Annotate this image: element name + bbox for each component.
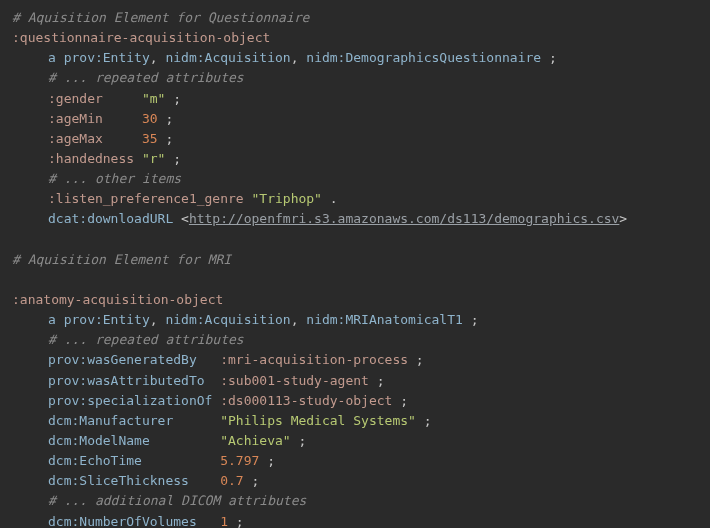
comment-repeated-attrs-2: # ... repeated attributes [12,330,698,350]
attr-wasAttributedTo: prov:wasAttributedTo :sub001-study-agent… [12,371,698,391]
comment-questionnaire-header: # Aquisition Element for Questionnaire [12,8,698,28]
comment-additional-dicom: # ... additional DICOM attributes [12,491,698,511]
blank-2 [12,270,698,290]
attr-wasGeneratedBy: prov:wasGeneratedBy :mri-acquisition-pro… [12,350,698,370]
comment-other-items: # ... other items [12,169,698,189]
attr-ModelName: dcm:ModelName "Achieva" ; [12,431,698,451]
attr-listen-pref: :listen_preference1_genre "Triphop" . [12,189,698,209]
attr-SliceThickness: dcm:SliceThickness 0.7 ; [12,471,698,491]
comment-mri-header: # Aquisition Element for MRI [12,250,698,270]
attr-ageMin: :ageMin 30 ; [12,109,698,129]
questionnaire-subject: :questionnaire-acquisition-object [12,28,698,48]
attr-Manufacturer: dcm:Manufacturer "Philips Medical System… [12,411,698,431]
attr-q-downloadURL: dcat:downloadURL <http://openfmri.s3.ama… [12,209,698,229]
blank-1 [12,230,698,250]
attr-specializationOf: prov:specializationOf :ds000113-study-ob… [12,391,698,411]
attr-NumberOfVolumes: dcm:NumberOfVolumes 1 ; [12,512,698,528]
questionnaire-types: a prov:Entity, nidm:Acquisition, nidm:De… [12,48,698,68]
attr-handedness: :handedness "r" ; [12,149,698,169]
mri-subject: :anatomy-acquisition-object [12,290,698,310]
mri-types: a prov:Entity, nidm:Acquisition, nidm:MR… [12,310,698,330]
attr-gender: :gender "m" ; [12,89,698,109]
attr-EchoTime: dcm:EchoTime 5.797 ; [12,451,698,471]
attr-ageMax: :ageMax 35 ; [12,129,698,149]
comment-repeated-attrs-1: # ... repeated attributes [12,68,698,88]
